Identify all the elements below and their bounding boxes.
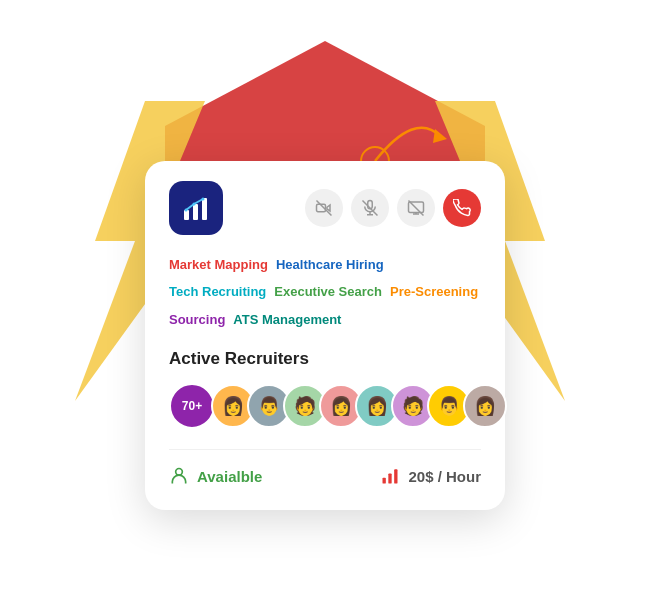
avatar-8: 👩 — [463, 384, 507, 428]
card-header — [169, 181, 481, 235]
hourly-rate: 20$ / Hour — [408, 468, 481, 485]
call-end-button[interactable] — [443, 189, 481, 227]
tag-pre-screening: Pre-Screening — [390, 280, 478, 303]
svg-rect-22 — [383, 478, 386, 484]
svg-point-10 — [202, 198, 205, 201]
chart-icon — [380, 466, 400, 486]
availability-status: Avaialble — [197, 468, 262, 485]
svg-point-9 — [193, 203, 196, 206]
avatar-count-badge: 70+ — [169, 383, 215, 429]
main-scene: Market Mapping Healthcare Hiring Tech Re… — [35, 21, 615, 591]
tag-sourcing: Sourcing — [169, 308, 225, 331]
tag-healthcare-hiring: Healthcare Hiring — [276, 253, 384, 276]
svg-marker-3 — [433, 129, 447, 143]
call-controls — [305, 189, 481, 227]
screen-off-button[interactable] — [397, 189, 435, 227]
tag-ats-management: ATS Management — [233, 308, 341, 331]
rate-section: 20$ / Hour — [325, 466, 481, 486]
card-footer: Avaialble 20$ / Hour — [169, 449, 481, 486]
svg-rect-5 — [184, 210, 189, 220]
svg-rect-23 — [389, 474, 392, 484]
tag-tech-recruiting: Tech Recruiting — [169, 280, 266, 303]
person-icon — [169, 466, 189, 486]
mic-off-button[interactable] — [351, 189, 389, 227]
video-off-button[interactable] — [305, 189, 343, 227]
availability-section: Avaialble — [169, 466, 325, 486]
svg-point-8 — [185, 209, 188, 212]
active-recruiters-title: Active Recruiters — [169, 349, 481, 369]
tag-executive-search: Executive Search — [274, 280, 382, 303]
tag-market-mapping: Market Mapping — [169, 253, 268, 276]
svg-rect-24 — [395, 470, 398, 484]
recruiters-avatars-row: 70+ 👩 👨 🧑 👩 👩 🧑 👨 👩 — [169, 383, 481, 429]
skills-tags: Market Mapping Healthcare Hiring Tech Re… — [169, 253, 481, 331]
svg-rect-6 — [193, 204, 198, 220]
main-card: Market Mapping Healthcare Hiring Tech Re… — [145, 161, 505, 510]
app-logo — [169, 181, 223, 235]
svg-point-21 — [176, 469, 183, 476]
svg-rect-7 — [202, 198, 207, 220]
